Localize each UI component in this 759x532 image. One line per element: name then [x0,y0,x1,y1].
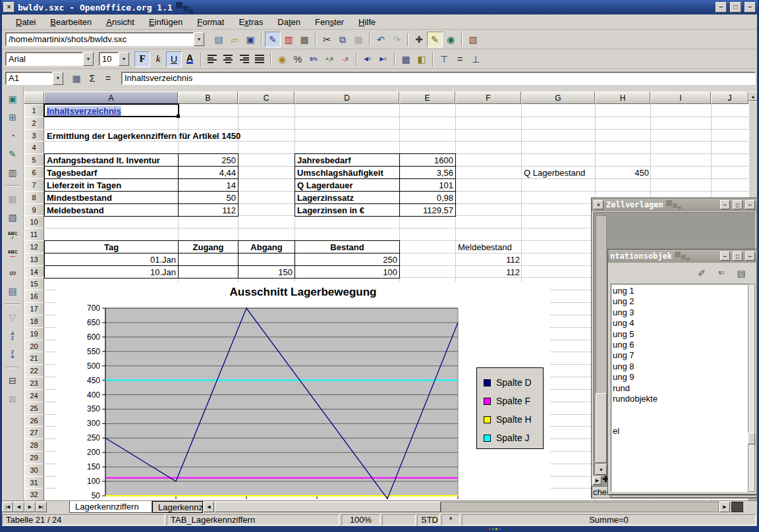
ungroup-button[interactable]: ⊠ [5,391,20,407]
column-header-a[interactable]: A [44,92,178,104]
open-button[interactable]: ▱ [227,32,242,47]
form-controls-button[interactable]: ▥ [5,165,20,180]
borders-button[interactable]: ▦ [398,51,414,67]
row-header-1[interactable]: 1 [24,104,44,117]
row-header-32[interactable]: 32 [24,488,44,501]
horizontal-scrollbar[interactable] [441,502,719,512]
row-header-7[interactable]: 7 [24,178,44,192]
fill-format-mode-button[interactable]: ✐ [694,265,710,281]
currency-format-button[interactable]: ◉ [274,51,290,67]
menu-item-extras[interactable]: Extras [231,16,270,28]
scroll-down-button[interactable]: ▼ [596,464,607,475]
cell-B13[interactable] [178,253,239,266]
edit-file-button[interactable]: ✎ [265,32,281,47]
style-list-item-ung-6[interactable]: ung 6 [613,340,746,350]
menu-item-daten[interactable]: Daten [270,16,308,28]
delete-decimal-button[interactable]: -,0 [337,51,353,67]
cell-B14[interactable] [178,265,239,279]
stylist-cells-close-button[interactable]: × [594,200,604,209]
stylist-presentation-minimize-button[interactable]: − [720,252,730,261]
cell-A3[interactable]: Ermittlung der Lagerkennziffern für Arti… [45,130,242,142]
horizontal-scrollbar-thumb[interactable] [215,502,441,512]
cell-B6[interactable]: 4,44 [178,166,239,179]
export-pdf-button[interactable]: ▥ [281,32,296,47]
row-header-9[interactable]: 9 [24,203,44,217]
name-box[interactable]: A1 [5,72,53,85]
sort-descending-button[interactable]: ZA [5,346,20,362]
font-size-combo[interactable]: 10 [99,52,119,66]
menu-item-datei[interactable]: Datei [9,16,43,28]
shade-button[interactable]: − [745,2,756,13]
hscroll-left-button[interactable]: ◀ [204,502,214,512]
insert-table-button[interactable]: ▦ [5,191,20,207]
align-right-icon[interactable] [236,51,252,67]
style-list-item-ung-4[interactable]: ung 4 [613,318,746,329]
stylist-presentation-maximize-button[interactable]: □ [733,252,743,261]
style-list-item-ung-1[interactable]: ung 1 [613,286,746,296]
row-header-19[interactable]: 19 [24,327,44,340]
function-wizard-button[interactable]: ▦ [69,70,84,86]
print-button[interactable]: ▩ [296,32,312,47]
hscroll-right-button[interactable]: ▶ [719,502,730,512]
row-header-11[interactable]: 11 [24,228,44,241]
function-button[interactable]: = [100,70,116,86]
style-list-item-el[interactable]: el [613,426,746,437]
next-sheet-button[interactable]: ▶ [24,502,36,512]
add-decimal-button[interactable]: +,0 [322,51,337,67]
first-sheet-button[interactable]: |◀ [2,502,13,512]
column-header-b[interactable]: B [178,92,238,104]
menu-item-ansicht[interactable]: Ansicht [99,16,142,28]
cell-E8[interactable]: 0,98 [399,191,456,204]
cell-A7[interactable]: Lieferzeit in Tagen [44,178,179,192]
cell-D14[interactable]: 100 [295,265,400,279]
bold-button[interactable]: F [134,51,150,67]
increase-indent-button[interactable]: ▶≡ [376,51,391,67]
font-name-dropdown[interactable]: ▼ [83,52,94,66]
cell-A9[interactable]: Meldebestand [44,203,179,217]
cell-G6[interactable]: Q Lagerbestand [522,167,587,179]
update-style-button[interactable]: ▤ [733,265,749,281]
cell-E7[interactable]: 101 [399,178,456,192]
column-header-d[interactable]: D [295,92,399,104]
stylist-cells-scrollbar-thumb[interactable] [596,393,607,463]
cell-D13[interactable]: 250 [295,253,400,266]
cell-D5[interactable]: Jahresbedarf [295,153,400,167]
row-header-6[interactable]: 6 [24,166,44,179]
cell-A6[interactable]: Tagesbedarf [44,166,179,179]
row-header-27[interactable]: 27 [24,426,44,439]
row-header-20[interactable]: 20 [24,340,44,353]
cell-D9[interactable]: Lagerzinsen in € [295,203,400,217]
select-all-corner[interactable] [24,92,44,104]
row-header-31[interactable]: 31 [24,476,44,489]
cell-A5[interactable]: Anfangsbestand lt. Inventur [44,153,179,167]
name-box-dropdown[interactable]: ▼ [53,72,63,85]
row-header-30[interactable]: 30 [24,464,44,477]
stylist-presentation-shade-button[interactable]: − [745,252,755,261]
style-list-item-ung-7[interactable]: ung 7 [613,350,746,361]
align-justify-icon[interactable] [252,51,267,67]
style-list-item-ung-9[interactable]: ung 9 [613,372,746,383]
formula-input[interactable]: Inhaltsverzeichnis [121,72,756,85]
spellcheck-button[interactable]: ABC✓ [5,228,20,244]
scrollbar-split-handle[interactable] [731,502,743,512]
row-header-3[interactable]: 3 [24,129,44,142]
cell-B12[interactable]: Zugang [178,240,239,253]
row-header-2[interactable]: 2 [24,117,44,130]
column-header-f[interactable]: F [455,92,521,104]
paste-button[interactable]: ▦ [351,32,366,47]
hyperlink-button[interactable]: ◉ [443,32,459,47]
menu-item-hilfe[interactable]: Hilfe [351,16,383,28]
style-list-item-blank-11[interactable] [613,404,746,415]
cell-E6[interactable]: 3,56 [399,166,456,179]
undo-button[interactable]: ↶ [373,32,389,47]
gallery-button[interactable]: ▧ [465,32,481,47]
cell-A14[interactable]: 10.Jan [44,265,179,279]
cut-button[interactable]: ✂ [319,32,335,47]
row-header-4[interactable]: 4 [24,141,44,154]
status-zoom[interactable]: 100% [341,514,380,525]
menu-item-format[interactable]: Format [190,16,231,28]
row-header-29[interactable]: 29 [24,451,44,464]
stylist-cells-titlebar[interactable]: × Zellvorlagen − □ − [592,198,757,211]
cell-E9[interactable]: 1129,57 [399,203,456,217]
copy-button[interactable]: ⧉ [335,32,351,47]
